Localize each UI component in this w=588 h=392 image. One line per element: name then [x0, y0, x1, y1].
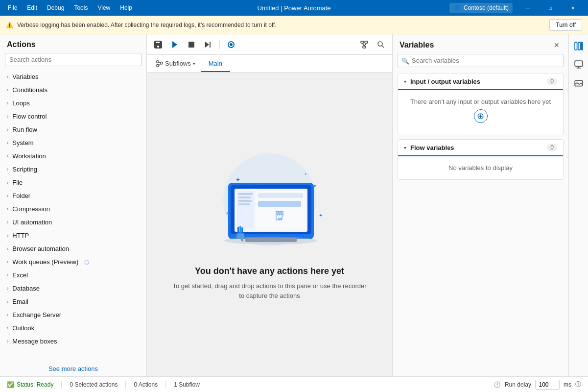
variables-panel-toggle[interactable] — [571, 38, 587, 54]
chevron-right-icon: › — [7, 127, 8, 132]
run-delay-label: Run delay — [505, 381, 531, 388]
status-separator-2 — [125, 381, 126, 389]
flow-variables-header[interactable]: ▾ Flow variables 0 — [398, 140, 563, 156]
svg-text:✦: ✦ — [319, 213, 323, 218]
action-label: Exchange Server — [12, 311, 61, 318]
action-item-database[interactable]: › Database — [0, 282, 146, 295]
variables-content: ▾ Input / output variables 0 There aren'… — [393, 71, 568, 376]
svg-point-5 — [230, 43, 233, 46]
toolbar — [147, 34, 392, 55]
action-item-work-queues[interactable]: › Work queues (Preview) ⬡ — [0, 255, 146, 269]
empty-state-illustration: ✦ ✦ ✦ ✦ ✦ — [201, 148, 338, 256]
menu-file[interactable]: File — [4, 2, 21, 13]
premium-icon: ⬡ — [84, 259, 89, 266]
search-actions-input[interactable] — [5, 53, 141, 66]
subflows-dropdown[interactable]: Subflows ▾ — [151, 56, 201, 71]
menu-view[interactable]: View — [94, 2, 114, 13]
svg-rect-27 — [238, 203, 250, 205]
toolbar-separator — [219, 40, 220, 49]
close-button[interactable]: ✕ — [562, 0, 584, 16]
chevron-right-icon: › — [7, 286, 8, 291]
title-bar-right: 👤 Contoso (default) ─ □ ✕ — [449, 0, 584, 16]
action-label: Variables — [12, 73, 38, 80]
action-item-http[interactable]: › HTTP — [0, 229, 146, 242]
action-item-run-flow[interactable]: › Run flow — [0, 123, 146, 136]
tab-main[interactable]: Main — [201, 56, 230, 72]
flow-variables-count: 0 — [547, 144, 557, 151]
close-variables-button[interactable]: ✕ — [551, 39, 563, 51]
action-label: Outlook — [12, 324, 34, 332]
ui-elements-button[interactable] — [571, 57, 587, 73]
selected-actions-count: 0 Selected actions — [70, 381, 118, 388]
action-item-ui-automation[interactable]: › UI automation — [0, 216, 146, 229]
turn-off-button[interactable]: Turn off — [549, 19, 582, 31]
svg-rect-43 — [578, 42, 580, 50]
action-item-compression[interactable]: › Compression — [0, 202, 146, 216]
subflows-icon — [156, 60, 163, 67]
account-button[interactable]: 👤 Contoso (default) — [449, 3, 513, 13]
record-button[interactable] — [224, 38, 238, 51]
svg-line-50 — [577, 83, 579, 84]
search-variables-input[interactable] — [398, 54, 564, 67]
images-button[interactable] — [571, 75, 587, 91]
save-button[interactable] — [151, 38, 165, 51]
minimize-button[interactable]: ─ — [517, 0, 539, 16]
notification-icon: ⚠️ — [6, 22, 13, 28]
action-item-exchange-server[interactable]: › Exchange Server — [0, 308, 146, 321]
run-button[interactable] — [167, 38, 182, 51]
svg-rect-45 — [575, 61, 583, 66]
action-label: File — [12, 179, 23, 186]
action-item-file[interactable]: › File — [0, 176, 146, 189]
action-item-variables[interactable]: › Variables — [0, 70, 146, 83]
action-item-email[interactable]: › Email — [0, 295, 146, 308]
chevron-right-icon: › — [7, 180, 8, 185]
variables-panel: Variables ✕ 🔍 ▾ Input / output variables… — [392, 34, 568, 376]
action-item-message-boxes[interactable]: › Message boxes — [0, 335, 146, 348]
menu-tools[interactable]: Tools — [70, 2, 92, 13]
action-item-system[interactable]: › System — [0, 136, 146, 149]
add-variable-button[interactable]: ⊕ — [474, 109, 488, 123]
chevron-right-icon: › — [7, 87, 8, 93]
input-output-variables-header[interactable]: ▾ Input / output variables 0 — [398, 74, 563, 90]
action-item-flow-control[interactable]: › Flow control — [0, 110, 146, 123]
svg-text:✦: ✦ — [226, 211, 229, 216]
action-item-scripting[interactable]: › Scripting — [0, 163, 146, 176]
action-item-browser-automation[interactable]: › Browser automation — [0, 242, 146, 255]
action-item-outlook[interactable]: › Outlook — [0, 321, 146, 335]
diagram-button[interactable] — [357, 38, 372, 51]
flow-variables-section: ▾ Flow variables 0 No variables to displ… — [398, 139, 564, 180]
menu-debug[interactable]: Debug — [43, 2, 68, 13]
status-separator — [61, 381, 62, 389]
see-more-actions: See more actions — [0, 361, 146, 376]
action-item-folder[interactable]: › Folder — [0, 189, 146, 202]
empty-state: ✦ ✦ ✦ ✦ ✦ You don't have any actions her… — [172, 148, 368, 300]
menu-help[interactable]: Help — [116, 2, 136, 13]
action-item-workstation[interactable]: › Workstation — [0, 149, 146, 163]
svg-rect-3 — [210, 42, 211, 48]
chevron-right-icon: › — [7, 339, 8, 344]
svg-line-51 — [579, 83, 581, 84]
chevron-right-icon: › — [7, 220, 8, 225]
window-controls: ─ □ ✕ — [517, 0, 584, 16]
svg-rect-1 — [188, 42, 194, 48]
svg-line-10 — [364, 43, 366, 46]
action-item-loops[interactable]: › Loops — [0, 97, 146, 110]
action-label: Run flow — [12, 126, 37, 133]
info-icon[interactable]: ⓘ — [575, 380, 581, 389]
next-button[interactable] — [201, 38, 215, 51]
action-label: Excel — [12, 271, 28, 279]
see-more-actions-link[interactable]: See more actions — [48, 365, 98, 372]
action-item-conditionals[interactable]: › Conditionals — [0, 83, 146, 97]
maximize-button[interactable]: □ — [539, 0, 562, 16]
svg-rect-13 — [157, 60, 159, 62]
svg-rect-40 — [239, 226, 241, 234]
stop-button[interactable] — [184, 38, 199, 51]
search-button[interactable] — [374, 38, 388, 51]
action-item-excel[interactable]: › Excel — [0, 269, 146, 282]
svg-rect-14 — [157, 64, 159, 66]
menu-edit[interactable]: Edit — [23, 2, 41, 13]
run-delay-input[interactable] — [535, 380, 560, 390]
action-label: Compression — [12, 205, 50, 213]
chevron-right-icon: › — [7, 299, 8, 304]
app-title: Untitled | Power Automate — [257, 4, 330, 12]
